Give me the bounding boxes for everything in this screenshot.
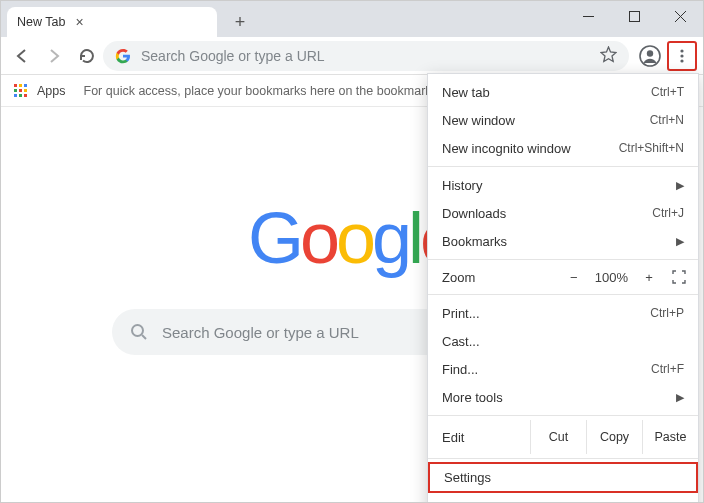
chrome-menu: New tabCtrl+T New windowCtrl+N New incog… xyxy=(427,73,699,503)
zoom-in-button[interactable]: + xyxy=(640,270,658,285)
menu-new-incognito[interactable]: New incognito windowCtrl+Shift+N xyxy=(428,134,698,162)
menu-label: More tools xyxy=(442,390,676,405)
zoom-value: 100% xyxy=(595,270,628,285)
menu-shortcut: Ctrl+F xyxy=(651,362,684,376)
browser-tab[interactable]: New Tab × xyxy=(7,7,217,37)
zoom-out-button[interactable]: − xyxy=(565,270,583,285)
menu-separator xyxy=(428,294,698,295)
bookmark-star-button[interactable] xyxy=(600,46,617,66)
menu-label: Print... xyxy=(442,306,650,321)
forward-button[interactable] xyxy=(39,41,69,71)
apps-label[interactable]: Apps xyxy=(37,84,66,98)
menu-separator xyxy=(428,415,698,416)
menu-bookmarks[interactable]: Bookmarks▶ xyxy=(428,227,698,255)
svg-rect-12 xyxy=(14,89,17,92)
fullscreen-icon xyxy=(672,270,686,284)
menu-edit-row: Edit Cut Copy Paste xyxy=(428,420,698,454)
star-icon xyxy=(600,46,617,63)
svg-rect-9 xyxy=(14,84,17,87)
menu-print[interactable]: Print...Ctrl+P xyxy=(428,299,698,327)
menu-downloads[interactable]: DownloadsCtrl+J xyxy=(428,199,698,227)
menu-shortcut: Ctrl+N xyxy=(650,113,684,127)
close-icon[interactable]: × xyxy=(75,15,83,29)
menu-copy[interactable]: Copy xyxy=(586,420,642,454)
menu-find[interactable]: Find...Ctrl+F xyxy=(428,355,698,383)
svg-point-18 xyxy=(132,325,143,336)
svg-rect-15 xyxy=(14,94,17,97)
reload-icon xyxy=(78,47,95,64)
menu-separator xyxy=(428,166,698,167)
profile-button[interactable] xyxy=(635,41,665,71)
menu-shortcut: Ctrl+T xyxy=(651,85,684,99)
apps-grid-icon xyxy=(13,83,29,99)
menu-paste[interactable]: Paste xyxy=(642,420,698,454)
google-g-icon xyxy=(115,48,131,64)
user-icon xyxy=(639,45,661,67)
reload-button[interactable] xyxy=(71,41,101,71)
svg-rect-1 xyxy=(629,11,639,21)
svg-point-7 xyxy=(680,54,683,57)
logo-letter: l xyxy=(408,197,420,279)
close-window-button[interactable] xyxy=(657,1,703,31)
google-logo: Google xyxy=(248,197,456,279)
menu-help[interactable]: Help▶ xyxy=(428,492,698,503)
minimize-button[interactable] xyxy=(565,1,611,31)
more-vertical-icon xyxy=(674,48,690,64)
back-button[interactable] xyxy=(7,41,37,71)
menu-label: New tab xyxy=(442,85,651,100)
maximize-icon xyxy=(629,11,640,22)
svg-point-5 xyxy=(647,50,653,56)
menu-settings[interactable]: Settings xyxy=(428,462,698,493)
tab-title: New Tab xyxy=(17,15,65,29)
menu-separator xyxy=(428,458,698,459)
bookmark-hint-text: For quick access, place your bookmarks h… xyxy=(84,84,456,98)
close-icon xyxy=(675,11,686,22)
chevron-right-icon: ▶ xyxy=(676,179,684,192)
menu-history[interactable]: History▶ xyxy=(428,171,698,199)
svg-rect-14 xyxy=(24,89,27,92)
svg-rect-17 xyxy=(24,94,27,97)
omnibox-placeholder: Search Google or type a URL xyxy=(141,48,325,64)
menu-shortcut: Ctrl+J xyxy=(652,206,684,220)
menu-shortcut: Ctrl+P xyxy=(650,306,684,320)
menu-new-tab[interactable]: New tabCtrl+T xyxy=(428,78,698,106)
svg-line-19 xyxy=(142,335,146,339)
svg-point-8 xyxy=(680,59,683,62)
maximize-button[interactable] xyxy=(611,1,657,31)
fullscreen-button[interactable] xyxy=(670,268,688,286)
logo-letter: g xyxy=(372,197,408,279)
menu-label: Help xyxy=(442,499,676,504)
titlebar: New Tab × + xyxy=(1,1,703,37)
svg-rect-11 xyxy=(24,84,27,87)
menu-label: Cast... xyxy=(442,334,684,349)
svg-rect-16 xyxy=(19,94,22,97)
minimize-icon xyxy=(583,11,594,22)
menu-new-window[interactable]: New windowCtrl+N xyxy=(428,106,698,134)
logo-letter: o xyxy=(336,197,372,279)
logo-letter: G xyxy=(248,197,300,279)
chevron-right-icon: ▶ xyxy=(676,391,684,404)
logo-letter: o xyxy=(300,197,336,279)
svg-point-6 xyxy=(680,49,683,52)
menu-shortcut: Ctrl+Shift+N xyxy=(619,141,684,155)
menu-label: New incognito window xyxy=(442,141,619,156)
new-tab-button[interactable]: + xyxy=(227,9,253,35)
menu-cut[interactable]: Cut xyxy=(530,420,586,454)
more-menu-button[interactable] xyxy=(667,41,697,71)
menu-cast[interactable]: Cast... xyxy=(428,327,698,355)
menu-separator xyxy=(428,259,698,260)
menu-label: Downloads xyxy=(442,206,652,221)
menu-label: Edit xyxy=(428,430,530,445)
svg-rect-10 xyxy=(19,84,22,87)
search-icon xyxy=(130,323,148,341)
search-placeholder: Search Google or type a URL xyxy=(162,324,359,341)
menu-more-tools[interactable]: More tools▶ xyxy=(428,383,698,411)
menu-label: History xyxy=(442,178,676,193)
apps-button[interactable] xyxy=(13,83,29,99)
menu-label: New window xyxy=(442,113,650,128)
menu-label: Bookmarks xyxy=(442,234,676,249)
omnibox[interactable]: Search Google or type a URL xyxy=(103,41,629,71)
svg-rect-13 xyxy=(19,89,22,92)
menu-label: Find... xyxy=(442,362,651,377)
tabstrip: New Tab × + xyxy=(1,1,565,37)
